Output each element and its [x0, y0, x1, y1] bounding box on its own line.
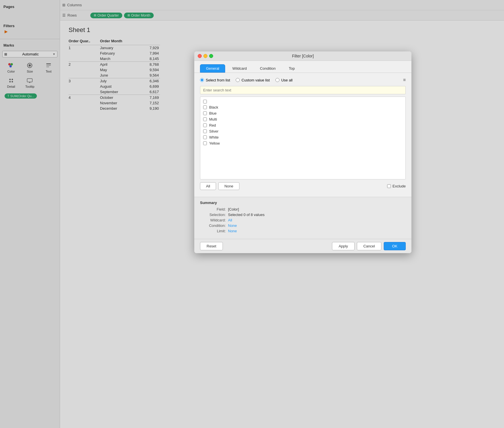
- dialog-titlebar: Filter [Color]: [194, 51, 411, 61]
- summary-section: Summary Field: [Color] Selection: Select…: [194, 197, 411, 239]
- checkbox-label: Red: [209, 123, 216, 127]
- radio-select-from-list-input[interactable]: [200, 78, 204, 82]
- summary-row: Wildcard: All: [200, 218, 406, 222]
- checkbox-input[interactable]: [203, 117, 207, 121]
- summary-row-value[interactable]: None: [228, 223, 237, 228]
- checkbox-input[interactable]: [203, 129, 207, 133]
- summary-row-value[interactable]: None: [228, 229, 237, 233]
- exclude-label: Exclude: [393, 184, 406, 188]
- checkbox-label: Yellow: [209, 141, 220, 145]
- checkbox-item[interactable]: Yellow: [200, 140, 405, 146]
- checkbox-input[interactable]: [203, 111, 207, 115]
- apply-button[interactable]: Apply: [332, 242, 355, 250]
- checkbox-item[interactable]: Blue: [200, 110, 405, 116]
- radio-select-from-list[interactable]: Select from list: [200, 78, 230, 82]
- tab-condition[interactable]: Condition: [254, 64, 282, 73]
- checkbox-item[interactable]: Red: [200, 122, 405, 128]
- dialog-tabs: General Wildcard Condition Top: [194, 61, 411, 73]
- summary-row-label: Wildcard:: [200, 218, 226, 222]
- ok-button[interactable]: OK: [384, 242, 406, 250]
- close-button[interactable]: [198, 54, 202, 58]
- summary-rows: Field: [Color] Selection: Selected 0 of …: [200, 207, 406, 233]
- checkbox-list: BlackBlueMultiRedSilverWhiteYellow: [200, 97, 406, 179]
- dialog-body: Select from list Custom value list Use a…: [194, 73, 411, 196]
- checkbox-input[interactable]: [203, 141, 207, 145]
- footer-right-buttons: Apply Cancel OK: [332, 242, 406, 250]
- checkbox-label: Multi: [209, 117, 217, 121]
- summary-row: Limit: None: [200, 229, 406, 233]
- radio-use-all-input[interactable]: [275, 78, 279, 82]
- summary-row-value[interactable]: All: [228, 218, 232, 222]
- summary-row-label: Field:: [200, 207, 226, 211]
- checkbox-input[interactable]: [203, 135, 207, 139]
- checkbox-input[interactable]: [203, 105, 207, 109]
- maximize-button[interactable]: [209, 54, 213, 58]
- checkbox-item[interactable]: Multi: [200, 116, 405, 122]
- checkbox-input[interactable]: [203, 123, 207, 127]
- radio-use-all[interactable]: Use all: [275, 78, 293, 82]
- exclude-checkbox[interactable]: [387, 184, 391, 188]
- dialog-footer: Reset Apply Cancel OK: [194, 239, 411, 253]
- minimize-button[interactable]: [203, 54, 207, 58]
- list-options-icon[interactable]: ≡: [403, 77, 406, 83]
- radio-use-all-label: Use all: [281, 78, 293, 82]
- traffic-lights: [198, 54, 213, 58]
- tab-wildcard[interactable]: Wildcard: [226, 64, 253, 73]
- cancel-button[interactable]: Cancel: [357, 242, 381, 250]
- tab-general[interactable]: General: [200, 64, 225, 73]
- summary-row-label: Selection:: [200, 213, 226, 217]
- checkbox-item[interactable]: Silver: [200, 128, 405, 134]
- summary-row: Condition: None: [200, 223, 406, 228]
- summary-row-label: Condition:: [200, 223, 226, 228]
- all-button[interactable]: All: [200, 182, 216, 190]
- summary-title: Summary: [200, 201, 406, 205]
- none-button[interactable]: None: [218, 182, 239, 190]
- exclude-row: Exclude: [387, 184, 406, 188]
- summary-row: Field: [Color]: [200, 207, 406, 211]
- checkbox-label: Silver: [209, 129, 219, 133]
- checkbox-item[interactable]: White: [200, 134, 405, 140]
- checkbox-label: White: [209, 135, 219, 139]
- search-input[interactable]: [200, 86, 406, 94]
- checkbox-label: Blue: [209, 111, 217, 115]
- radio-row: Select from list Custom value list Use a…: [200, 77, 406, 83]
- summary-row-value: [Color]: [228, 207, 239, 211]
- filter-dialog: Filter [Color] General Wildcard Conditio…: [194, 51, 411, 253]
- radio-select-from-list-label: Select from list: [206, 78, 230, 82]
- summary-row: Selection: Selected 0 of 8 values: [200, 213, 406, 217]
- checkbox-item[interactable]: Black: [200, 104, 405, 110]
- dialog-title: Filter [Color]: [292, 54, 314, 58]
- summary-row-value: Selected 0 of 8 values: [228, 213, 265, 217]
- summary-row-label: Limit:: [200, 229, 226, 233]
- radio-custom-value-list[interactable]: Custom value list: [236, 78, 270, 82]
- radio-custom-value-list-label: Custom value list: [241, 78, 270, 82]
- checkbox-item[interactable]: [200, 99, 405, 104]
- tab-top[interactable]: Top: [283, 64, 301, 73]
- reset-button[interactable]: Reset: [200, 242, 223, 250]
- checkbox-input[interactable]: [203, 100, 207, 103]
- radio-custom-value-list-input[interactable]: [236, 78, 240, 82]
- checkbox-label: Black: [209, 105, 218, 109]
- all-none-row: All None Exclude: [200, 182, 406, 190]
